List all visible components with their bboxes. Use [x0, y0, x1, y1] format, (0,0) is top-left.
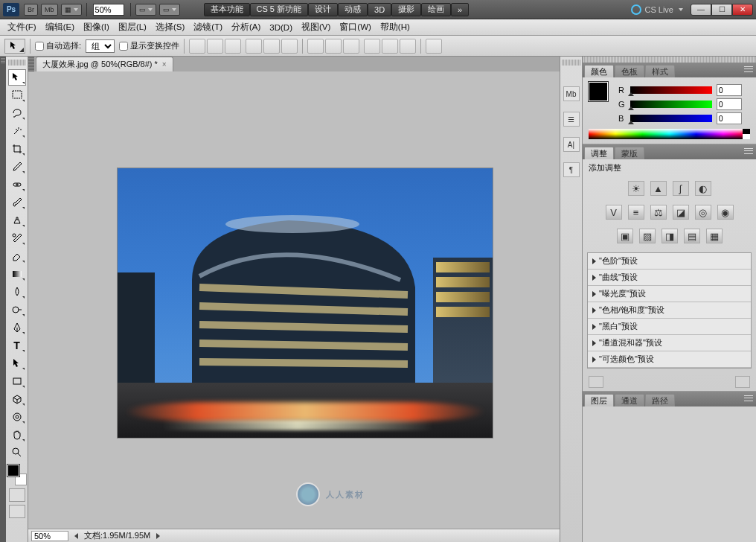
distribute-left-button[interactable] — [364, 39, 380, 54]
workspace-painting[interactable]: 绘画 — [421, 3, 451, 16]
paragraph-panel-icon[interactable]: ¶ — [563, 162, 580, 177]
history-brush-tool[interactable] — [8, 230, 26, 246]
pen-tool[interactable] — [8, 319, 26, 336]
clone-stamp-tool[interactable] — [8, 212, 26, 229]
menu-select[interactable]: 选择(S) — [151, 20, 189, 34]
status-next-icon[interactable] — [156, 533, 160, 539]
toolbox-grip[interactable] — [8, 60, 26, 66]
expand-view-button[interactable] — [735, 376, 750, 388]
auto-select-type[interactable]: 组 — [86, 39, 115, 53]
color-balance-icon[interactable]: ⚖ — [650, 205, 667, 220]
foreground-color[interactable] — [7, 465, 19, 476]
arrange-documents-button[interactable]: ▭ — [135, 4, 156, 16]
gradient-map-icon[interactable]: ▤ — [684, 229, 700, 243]
crop-tool[interactable] — [8, 141, 26, 157]
panel-menu-icon[interactable] — [744, 395, 753, 402]
workspace-3d[interactable]: 3D — [368, 3, 391, 16]
menu-help[interactable]: 帮助(H) — [376, 20, 414, 34]
b-slider[interactable] — [630, 115, 712, 122]
distribute-right-button[interactable] — [400, 39, 416, 54]
align-hcenter-button[interactable] — [263, 39, 280, 54]
shape-tool[interactable] — [8, 373, 26, 389]
workspace-motion[interactable]: 动感 — [338, 3, 368, 16]
align-vcenter-button[interactable] — [207, 39, 223, 54]
hue-saturation-icon[interactable]: ≡ — [628, 205, 644, 220]
3d-tool[interactable] — [8, 391, 26, 407]
threshold-icon[interactable]: ◨ — [662, 229, 678, 243]
move-tool[interactable] — [8, 69, 26, 86]
g-input[interactable] — [717, 98, 742, 110]
preset-levels[interactable]: "色阶"预设 — [588, 253, 751, 270]
path-selection-tool[interactable] — [8, 355, 26, 372]
spectrum-ramp[interactable] — [589, 129, 750, 139]
menu-edit[interactable]: 编辑(E) — [41, 20, 79, 34]
r-slider[interactable] — [630, 86, 712, 94]
blur-tool[interactable] — [8, 284, 26, 300]
color-swatches[interactable] — [7, 465, 27, 485]
menu-3d[interactable]: 3D(D) — [265, 22, 297, 34]
levels-icon[interactable]: ▲ — [650, 181, 667, 196]
menu-layer[interactable]: 图层(L) — [114, 20, 151, 34]
screen-mode-button[interactable]: ▭ — [159, 4, 180, 16]
quickmask-toggle[interactable] — [9, 488, 25, 502]
zoom-status-input[interactable] — [31, 531, 68, 541]
tab-masks[interactable]: 蒙版 — [615, 147, 644, 159]
preset-channel-mixer[interactable]: "通道混和器"预设 — [588, 335, 751, 351]
menu-analysis[interactable]: 分析(A) — [227, 20, 265, 34]
auto-align-button[interactable] — [426, 39, 442, 54]
bridge-button[interactable]: Br — [24, 4, 38, 16]
brightness-contrast-icon[interactable]: ☀ — [628, 181, 644, 196]
hand-tool[interactable] — [8, 427, 26, 443]
menu-file[interactable]: 文件(F) — [3, 20, 41, 34]
canvas[interactable]: 人人素材 — [28, 71, 560, 529]
view-extras-button[interactable]: ▦ — [61, 4, 82, 16]
panel-menu-icon[interactable] — [744, 66, 753, 73]
tab-paths[interactable]: 路径 — [645, 394, 675, 406]
healing-brush-tool[interactable] — [8, 176, 26, 193]
b-input[interactable] — [717, 112, 742, 124]
status-prev-icon[interactable] — [74, 533, 78, 539]
minimize-button[interactable]: — — [691, 4, 711, 16]
curves-icon[interactable]: ∫ — [673, 181, 689, 196]
panel-fg-color[interactable] — [589, 82, 608, 101]
invert-icon[interactable]: ▣ — [617, 229, 633, 243]
photo-filter-icon[interactable]: ◎ — [695, 205, 711, 220]
zoom-input[interactable] — [93, 4, 124, 16]
maximize-button[interactable]: ☐ — [711, 4, 732, 16]
workspace-cs5new[interactable]: CS 5 新功能 — [250, 3, 309, 16]
preset-hue-saturation[interactable]: "色相/饱和度"预设 — [588, 302, 751, 319]
r-input[interactable] — [717, 84, 742, 96]
panels-grip[interactable] — [583, 57, 756, 63]
cslive-button[interactable]: CS Live — [627, 4, 688, 15]
screenmode-toggle[interactable] — [9, 505, 25, 518]
character-panel-icon[interactable]: A| — [563, 137, 580, 152]
current-tool-preset[interactable] — [4, 39, 25, 54]
distribute-top-button[interactable] — [307, 39, 324, 54]
zoom-tool[interactable] — [8, 444, 26, 461]
distribute-bottom-button[interactable] — [343, 39, 359, 54]
black-white-icon[interactable]: ◪ — [673, 205, 689, 220]
show-transform-checkbox[interactable]: 显示变换控件 — [119, 40, 179, 51]
document-tab[interactable]: 大厦效果.jpg @ 50%(RGB/8#) * × — [36, 57, 173, 71]
tab-styles[interactable]: 样式 — [645, 65, 675, 77]
minibridge-button[interactable]: Mb — [41, 4, 58, 16]
workspace-photography[interactable]: 摄影 — [391, 3, 421, 16]
preset-black-white[interactable]: "黑白"预设 — [588, 319, 751, 335]
posterize-icon[interactable]: ▨ — [639, 229, 656, 243]
tab-layers[interactable]: 图层 — [584, 394, 614, 406]
distribute-hcenter-button[interactable] — [382, 39, 398, 54]
align-top-button[interactable] — [189, 39, 205, 54]
align-bottom-button[interactable] — [225, 39, 241, 54]
tab-adjustments[interactable]: 调整 — [584, 147, 614, 159]
align-left-button[interactable] — [246, 39, 262, 54]
menu-view[interactable]: 视图(V) — [297, 20, 335, 34]
marquee-tool[interactable] — [8, 87, 26, 103]
tab-swatches[interactable]: 色板 — [615, 65, 644, 77]
eraser-tool[interactable] — [8, 248, 26, 264]
exposure-icon[interactable]: ◐ — [695, 181, 711, 196]
menu-filter[interactable]: 滤镜(T) — [189, 20, 227, 34]
selective-color-icon[interactable]: ▦ — [706, 229, 723, 243]
g-slider[interactable] — [630, 101, 712, 108]
3d-camera-tool[interactable] — [8, 409, 26, 425]
preset-curves[interactable]: "曲线"预设 — [588, 270, 751, 286]
